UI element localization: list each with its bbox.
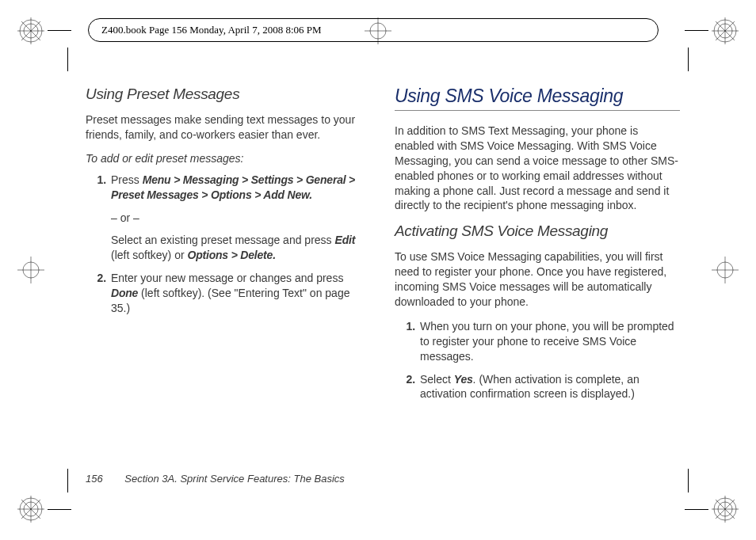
instructions-label: To add or edit preset messages: [86,152,371,165]
para-register: To use SMS Voice Messaging capabilities,… [395,249,680,310]
label-options-delete: Options > Delete. [187,249,275,261]
page-number: 156 [86,473,103,485]
step-2-b: (left softkey). (See "Entering Text" on … [111,287,349,314]
step-2-activate-a: Select [420,373,454,386]
crop-line [688,469,689,492]
intro-sms-voice: In addition to SMS Text Messaging, your … [395,124,680,213]
crop-mark-bottom-left [17,496,44,523]
reg-mark-left [17,257,44,283]
column-left: Using Preset Messages Preset messages ma… [86,86,371,409]
crop-line [48,509,71,510]
label-done: Done [111,287,138,299]
menu-path: Menu > Messaging > Settings > General > … [111,173,355,201]
step-1-alt: Select an existing preset message and pr… [111,233,371,263]
section-name: Section 3A. Sprint Service Features: The… [124,473,344,485]
column-right: Using SMS Voice Messaging In addition to… [395,86,680,409]
steps-activate: When you turn on your phone, you will be… [395,319,680,401]
crop-line [67,469,68,492]
heading-sms-voice: Using SMS Voice Messaging [395,86,680,107]
step-1-or: – or – [111,211,371,226]
step-2: Enter your new message or changes and pr… [109,271,371,316]
crop-line [685,509,708,510]
page-footer: 156 Section 3A. Sprint Service Features:… [86,473,345,485]
crop-mark-bottom-right [712,496,739,523]
reg-mark-right [712,257,739,283]
document-header: Z400.book Page 156 Monday, April 7, 2008… [88,18,659,42]
step-2-a: Enter your new message or changes and pr… [111,272,343,284]
document-header-text: Z400.book Page 156 Monday, April 7, 2008… [101,24,322,36]
label-edit: Edit [335,234,356,246]
crop-line [67,48,68,71]
page-content: Using Preset Messages Preset messages ma… [86,86,682,409]
crop-mark-top-right [712,17,739,44]
crop-line [48,30,71,31]
step-1-alt-a: Select an existing preset message and pr… [111,234,335,246]
intro-preset-messages: Preset messages make sending text messag… [86,112,371,143]
step-1-alt-b: (left softkey) or [111,249,187,261]
label-yes: Yes [454,373,473,386]
step-1: Press Menu > Messaging > Settings > Gene… [109,173,371,263]
step-1-activate: When you turn on your phone, you will be… [418,319,680,364]
crop-mark-top-left [17,17,44,44]
heading-activating-sms-voice: Activating SMS Voice Messaging [395,222,680,240]
heading-preset-messages: Using Preset Messages [86,86,371,103]
steps-preset-messages: Press Menu > Messaging > Settings > Gene… [86,173,371,316]
crop-line [688,48,689,71]
crop-line [685,30,708,31]
step-1-text: Press [111,173,143,186]
step-2-activate: Select Yes. (When activation is complete… [418,372,680,402]
heading-underline [395,110,680,111]
